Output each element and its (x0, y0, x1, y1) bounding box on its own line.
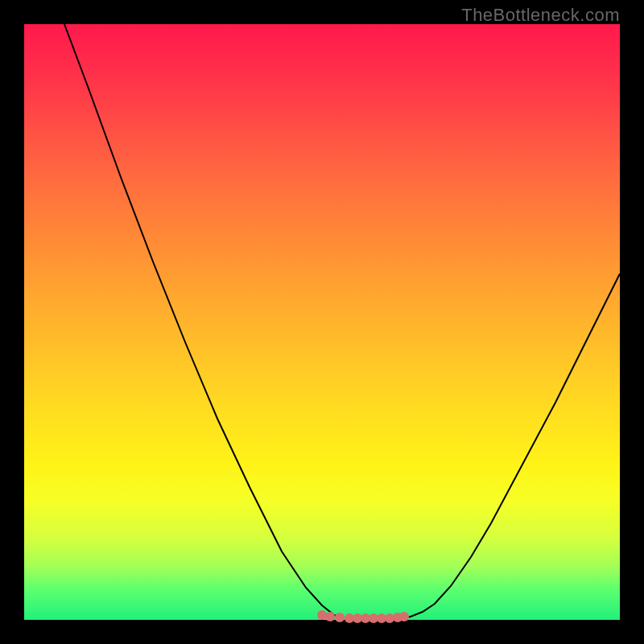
bottom-dot (399, 612, 409, 621)
plot-area (24, 24, 620, 620)
left-curve (64, 24, 342, 618)
attribution-text: TheBottleneck.com (461, 5, 620, 26)
bottom-dot (325, 612, 335, 621)
bottom-dot (335, 613, 345, 622)
right-curve (404, 274, 620, 618)
chart-frame: TheBottleneck.com (0, 0, 644, 644)
chart-svg (24, 24, 620, 620)
bottom-dots (317, 610, 409, 623)
bottom-dot (317, 610, 327, 620)
